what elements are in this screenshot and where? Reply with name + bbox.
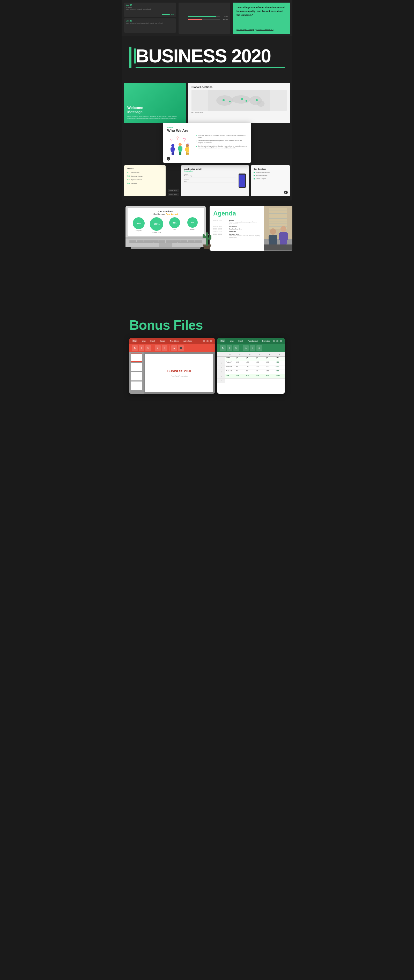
excel-cell-b4[interactable]: 750: [235, 370, 245, 374]
ppt-icon-5[interactable]: ⊞: [162, 345, 167, 351]
excel-tab-insert[interactable]: Insert: [237, 339, 244, 342]
excel-cell-c6[interactable]: [245, 379, 255, 383]
excel-cell-a5[interactable]: Total: [225, 374, 235, 379]
ppt-ribbon: B I U ≡ ⊞ A ⬛: [129, 344, 215, 352]
excel-cell-d1[interactable]: Q3: [255, 356, 265, 361]
excel-cell-f3[interactable]: 4750: [275, 366, 285, 369]
excel-icon-5[interactable]: $: [250, 345, 255, 351]
ppt-icon-7[interactable]: ⬛: [178, 345, 184, 351]
excel-col-b[interactable]: B: [235, 352, 245, 356]
excel-cell-f4[interactable]: 3520: [275, 370, 285, 374]
agenda-desc-5: Lorem Ipsum also need to be sure there i…: [229, 235, 260, 238]
ppt-tab-insert[interactable]: Insert: [149, 339, 156, 342]
excel-icon-3[interactable]: U: [233, 345, 239, 351]
excel-cell-a1[interactable]: Name: [225, 356, 235, 361]
agenda-row-2: 18:20 – 19:00 Introduction: [213, 226, 260, 227]
app-detail-subtitle: Information: [184, 170, 246, 172]
excel-cell-f6[interactable]: [275, 379, 285, 383]
excel-col-d[interactable]: D: [255, 352, 265, 356]
svg-point-9: [229, 101, 230, 102]
excel-col-c[interactable]: C: [245, 352, 255, 356]
ppt-tab-transitions[interactable]: Transitions: [168, 339, 180, 342]
excel-cell-b5[interactable]: 2930: [235, 374, 245, 379]
excel-cell-c1[interactable]: Q2: [245, 356, 255, 361]
excel-icon-6[interactable]: ⊞: [256, 345, 262, 351]
excel-col-a[interactable]: A: [225, 352, 235, 356]
excel-icon-1[interactable]: B: [220, 345, 226, 351]
agenda-photo: [264, 206, 292, 251]
excel-cell-f1[interactable]: Total: [275, 356, 285, 361]
outline-num-2: 02.: [127, 175, 130, 177]
excel-cell-d3[interactable]: 1250: [255, 366, 265, 369]
excel-cell-d2[interactable]: 1600: [255, 361, 265, 365]
excel-tab-layout[interactable]: Page Layout: [246, 339, 259, 342]
excel-cell-c3[interactable]: 1100: [245, 366, 255, 369]
excel-cell-d4[interactable]: 900: [255, 370, 265, 374]
key: [144, 240, 151, 240]
excel-cell-e3[interactable]: 1420: [265, 366, 275, 369]
excel-tab-formulas[interactable]: Formulas: [261, 339, 271, 342]
ppt-slide-thumb-3[interactable]: [131, 372, 142, 380]
ppt-maximize[interactable]: [206, 340, 209, 342]
excel-col-e[interactable]: E: [265, 352, 275, 356]
excel-cell-f2[interactable]: 6050: [275, 361, 285, 365]
excel-cell-b3[interactable]: 980: [235, 366, 245, 369]
excel-row-num-1: 1: [217, 356, 225, 361]
ppt-slide-thumb-2[interactable]: [131, 363, 142, 371]
outline-slide: Outline 01. Introduction 02. Opening Spe…: [124, 165, 166, 196]
excel-cell-e5[interactable]: 4270: [265, 374, 275, 379]
excel-cell-e4[interactable]: 1050: [265, 370, 275, 374]
excel-cell-a3[interactable]: Product B: [225, 366, 235, 369]
excel-close[interactable]: [280, 340, 282, 342]
ppt-tab-home[interactable]: Home: [140, 339, 147, 342]
excel-cell-a4[interactable]: Product C: [225, 370, 235, 374]
play-button-who[interactable]: ▶: [167, 157, 170, 161]
key: [159, 241, 165, 242]
ppt-icon-6[interactable]: A: [171, 345, 177, 351]
excel-row-6: 6: [217, 379, 285, 383]
excel-cell-c2[interactable]: 1450: [245, 361, 255, 365]
excel-cell-d6[interactable]: [255, 379, 265, 383]
ppt-icon-4[interactable]: ≡: [155, 345, 161, 351]
excel-cell-f5[interactable]: 14320: [275, 374, 285, 379]
ppt-slide-thumb-4[interactable]: [131, 382, 142, 390]
excel-cell-b1[interactable]: Q1: [235, 356, 245, 361]
outline-text-3: Sponsors break: [131, 179, 142, 180]
excel-tab-home[interactable]: Home: [227, 339, 235, 342]
ppt-icon-2[interactable]: I: [139, 345, 144, 351]
excel-cell-d5[interactable]: 3750: [255, 374, 265, 379]
ppt-icon-1[interactable]: B: [132, 345, 138, 351]
excel-cell-b2[interactable]: 1200: [235, 361, 245, 365]
svg-text:?: ?: [176, 136, 179, 141]
ppt-icon-3[interactable]: U: [146, 345, 151, 351]
excel-cell-e2[interactable]: 1800: [265, 361, 275, 365]
excel-cell-a6[interactable]: [225, 379, 235, 383]
excel-cell-e6[interactable]: [265, 379, 275, 383]
excel-row-3: 3 Product B 980 1100 1250 1420 4750: [217, 366, 285, 370]
excel-row-num-2: 2: [217, 361, 225, 365]
circle-label-2: Creative Work: [152, 232, 161, 233]
excel-col-f[interactable]: F: [275, 352, 285, 356]
ppt-minimize[interactable]: [203, 340, 205, 342]
excel-minimize[interactable]: [273, 340, 275, 342]
excel-icon-4[interactable]: %: [243, 345, 249, 351]
excel-cell-a2[interactable]: Product A: [225, 361, 235, 365]
service-dot-3: [254, 178, 255, 180]
excel-cell-c5[interactable]: 3370: [245, 374, 255, 379]
play-button-service[interactable]: ▶: [284, 191, 288, 194]
excel-tab-file[interactable]: File: [220, 339, 225, 342]
ppt-tab-design[interactable]: Design: [158, 339, 167, 342]
prog-bar-fill-2: [188, 19, 202, 20]
middle-screenshot: 89% +45%: [179, 3, 230, 33]
excel-cell-b6[interactable]: [235, 379, 245, 383]
phone-body: [239, 173, 246, 188]
ppt-close[interactable]: [210, 340, 212, 342]
excel-cell-c4[interactable]: 820: [245, 370, 255, 374]
excel-maximize[interactable]: [276, 340, 278, 342]
ppt-tab-animations[interactable]: Animations: [182, 339, 194, 342]
excel-icon-2[interactable]: I: [227, 345, 232, 351]
ppt-slide-thumb-1[interactable]: [131, 353, 142, 362]
svg-rect-16: [171, 148, 172, 151]
excel-cell-e1[interactable]: Q4: [265, 356, 275, 361]
ppt-tab-file[interactable]: File: [132, 339, 137, 342]
